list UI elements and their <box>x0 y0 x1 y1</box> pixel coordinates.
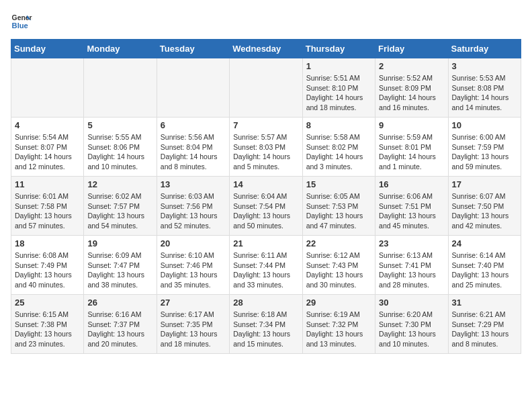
day-info: Sunrise: 6:09 AM Sunset: 7:47 PM Dayligh… <box>87 250 152 290</box>
day-number: 8 <box>306 120 371 130</box>
day-info: Sunrise: 5:56 AM Sunset: 8:04 PM Dayligh… <box>161 132 226 172</box>
day-number: 28 <box>233 298 298 308</box>
day-number: 6 <box>161 120 226 130</box>
logo-icon: General Blue <box>11 11 32 32</box>
day-number: 14 <box>233 179 298 189</box>
calendar-header: SundayMondayTuesdayWednesdayThursdayFrid… <box>11 40 521 58</box>
calendar-cell: 23Sunrise: 6:13 AM Sunset: 7:41 PM Dayli… <box>375 236 448 295</box>
day-number: 19 <box>87 238 152 248</box>
weekday-header-friday: Friday <box>375 40 448 58</box>
day-info: Sunrise: 5:55 AM Sunset: 8:06 PM Dayligh… <box>87 132 152 172</box>
calendar-cell: 29Sunrise: 6:19 AM Sunset: 7:32 PM Dayli… <box>302 295 375 354</box>
weekday-header-saturday: Saturday <box>448 40 521 58</box>
calendar-cell: 22Sunrise: 6:12 AM Sunset: 7:43 PM Dayli… <box>302 236 375 295</box>
day-info: Sunrise: 6:10 AM Sunset: 7:46 PM Dayligh… <box>161 250 226 290</box>
day-number: 12 <box>87 179 152 189</box>
day-number: 11 <box>15 179 80 189</box>
day-info: Sunrise: 5:51 AM Sunset: 8:10 PM Dayligh… <box>306 73 371 113</box>
day-number: 2 <box>379 61 444 71</box>
day-info: Sunrise: 6:08 AM Sunset: 7:49 PM Dayligh… <box>15 250 80 290</box>
day-number: 21 <box>233 238 298 248</box>
day-number: 4 <box>15 120 80 130</box>
day-number: 26 <box>87 298 152 308</box>
calendar-cell: 24Sunrise: 6:14 AM Sunset: 7:40 PM Dayli… <box>448 236 521 295</box>
calendar-cell: 15Sunrise: 6:05 AM Sunset: 7:53 PM Dayli… <box>302 177 375 236</box>
day-info: Sunrise: 6:21 AM Sunset: 7:29 PM Dayligh… <box>452 310 517 349</box>
day-number: 31 <box>452 298 517 308</box>
calendar-cell: 28Sunrise: 6:18 AM Sunset: 7:34 PM Dayli… <box>230 295 302 354</box>
day-info: Sunrise: 5:58 AM Sunset: 8:02 PM Dayligh… <box>306 132 371 172</box>
calendar-week-3: 11Sunrise: 6:01 AM Sunset: 7:58 PM Dayli… <box>11 177 521 236</box>
day-info: Sunrise: 6:19 AM Sunset: 7:32 PM Dayligh… <box>306 310 371 349</box>
day-info: Sunrise: 6:12 AM Sunset: 7:43 PM Dayligh… <box>306 250 371 290</box>
weekday-header-monday: Monday <box>84 40 157 58</box>
page-header: General Blue <box>11 11 521 32</box>
svg-text:Blue: Blue <box>12 21 28 30</box>
calendar-cell: 10Sunrise: 6:00 AM Sunset: 7:59 PM Dayli… <box>448 118 521 177</box>
day-info: Sunrise: 6:14 AM Sunset: 7:40 PM Dayligh… <box>452 250 517 290</box>
calendar-cell: 20Sunrise: 6:10 AM Sunset: 7:46 PM Dayli… <box>157 236 229 295</box>
calendar-cell <box>157 58 229 118</box>
calendar-cell: 17Sunrise: 6:07 AM Sunset: 7:50 PM Dayli… <box>448 177 521 236</box>
weekday-header-thursday: Thursday <box>302 40 375 58</box>
day-number: 30 <box>379 298 444 308</box>
calendar-cell: 31Sunrise: 6:21 AM Sunset: 7:29 PM Dayli… <box>448 295 521 354</box>
calendar-cell: 11Sunrise: 6:01 AM Sunset: 7:58 PM Dayli… <box>11 177 84 236</box>
day-number: 25 <box>15 298 80 308</box>
day-number: 1 <box>306 61 371 71</box>
calendar-week-5: 25Sunrise: 6:15 AM Sunset: 7:38 PM Dayli… <box>11 295 521 354</box>
weekday-header-tuesday: Tuesday <box>157 40 229 58</box>
calendar-table: SundayMondayTuesdayWednesdayThursdayFrid… <box>11 39 521 354</box>
day-info: Sunrise: 5:53 AM Sunset: 8:08 PM Dayligh… <box>452 73 517 113</box>
weekday-header-sunday: Sunday <box>11 40 84 58</box>
calendar-cell: 4Sunrise: 5:54 AM Sunset: 8:07 PM Daylig… <box>11 118 84 177</box>
day-number: 22 <box>306 238 371 248</box>
calendar-cell: 7Sunrise: 5:57 AM Sunset: 8:03 PM Daylig… <box>230 118 302 177</box>
day-info: Sunrise: 6:11 AM Sunset: 7:44 PM Dayligh… <box>233 250 298 290</box>
day-number: 23 <box>379 238 444 248</box>
day-info: Sunrise: 6:01 AM Sunset: 7:58 PM Dayligh… <box>15 191 80 231</box>
day-info: Sunrise: 6:13 AM Sunset: 7:41 PM Dayligh… <box>379 250 444 290</box>
calendar-cell: 13Sunrise: 6:03 AM Sunset: 7:56 PM Dayli… <box>157 177 229 236</box>
calendar-cell: 1Sunrise: 5:51 AM Sunset: 8:10 PM Daylig… <box>302 58 375 118</box>
calendar-cell: 14Sunrise: 6:04 AM Sunset: 7:54 PM Dayli… <box>230 177 302 236</box>
calendar-cell: 5Sunrise: 5:55 AM Sunset: 8:06 PM Daylig… <box>84 118 157 177</box>
calendar-cell: 19Sunrise: 6:09 AM Sunset: 7:47 PM Dayli… <box>84 236 157 295</box>
day-number: 13 <box>161 179 226 189</box>
day-number: 15 <box>306 179 371 189</box>
day-info: Sunrise: 5:59 AM Sunset: 8:01 PM Dayligh… <box>379 132 444 172</box>
day-info: Sunrise: 5:54 AM Sunset: 8:07 PM Dayligh… <box>15 132 80 172</box>
calendar-week-1: 1Sunrise: 5:51 AM Sunset: 8:10 PM Daylig… <box>11 58 521 118</box>
weekday-header-wednesday: Wednesday <box>230 40 302 58</box>
calendar-week-2: 4Sunrise: 5:54 AM Sunset: 8:07 PM Daylig… <box>11 118 521 177</box>
day-info: Sunrise: 6:04 AM Sunset: 7:54 PM Dayligh… <box>233 191 298 231</box>
day-info: Sunrise: 5:57 AM Sunset: 8:03 PM Dayligh… <box>233 132 298 172</box>
weekday-header-row: SundayMondayTuesdayWednesdayThursdayFrid… <box>11 40 521 58</box>
day-info: Sunrise: 5:52 AM Sunset: 8:09 PM Dayligh… <box>379 73 444 113</box>
calendar-cell: 3Sunrise: 5:53 AM Sunset: 8:08 PM Daylig… <box>448 58 521 118</box>
calendar-cell: 21Sunrise: 6:11 AM Sunset: 7:44 PM Dayli… <box>230 236 302 295</box>
calendar-cell <box>84 58 157 118</box>
calendar-cell: 30Sunrise: 6:20 AM Sunset: 7:30 PM Dayli… <box>375 295 448 354</box>
calendar-cell: 8Sunrise: 5:58 AM Sunset: 8:02 PM Daylig… <box>302 118 375 177</box>
calendar-cell: 9Sunrise: 5:59 AM Sunset: 8:01 PM Daylig… <box>375 118 448 177</box>
day-info: Sunrise: 6:06 AM Sunset: 7:51 PM Dayligh… <box>379 191 444 231</box>
day-info: Sunrise: 6:05 AM Sunset: 7:53 PM Dayligh… <box>306 191 371 231</box>
day-info: Sunrise: 6:03 AM Sunset: 7:56 PM Dayligh… <box>161 191 226 231</box>
day-number: 5 <box>87 120 152 130</box>
day-number: 3 <box>452 61 517 71</box>
calendar-cell: 27Sunrise: 6:17 AM Sunset: 7:35 PM Dayli… <box>157 295 229 354</box>
calendar-cell: 25Sunrise: 6:15 AM Sunset: 7:38 PM Dayli… <box>11 295 84 354</box>
day-info: Sunrise: 6:18 AM Sunset: 7:34 PM Dayligh… <box>233 310 298 349</box>
day-info: Sunrise: 6:15 AM Sunset: 7:38 PM Dayligh… <box>15 310 80 349</box>
day-number: 20 <box>161 238 226 248</box>
calendar-week-4: 18Sunrise: 6:08 AM Sunset: 7:49 PM Dayli… <box>11 236 521 295</box>
day-number: 18 <box>15 238 80 248</box>
day-number: 9 <box>379 120 444 130</box>
day-info: Sunrise: 6:16 AM Sunset: 7:37 PM Dayligh… <box>87 310 152 349</box>
day-info: Sunrise: 6:07 AM Sunset: 7:50 PM Dayligh… <box>452 191 517 231</box>
day-number: 17 <box>452 179 517 189</box>
day-number: 10 <box>452 120 517 130</box>
logo: General Blue <box>11 11 32 32</box>
calendar-cell: 2Sunrise: 5:52 AM Sunset: 8:09 PM Daylig… <box>375 58 448 118</box>
